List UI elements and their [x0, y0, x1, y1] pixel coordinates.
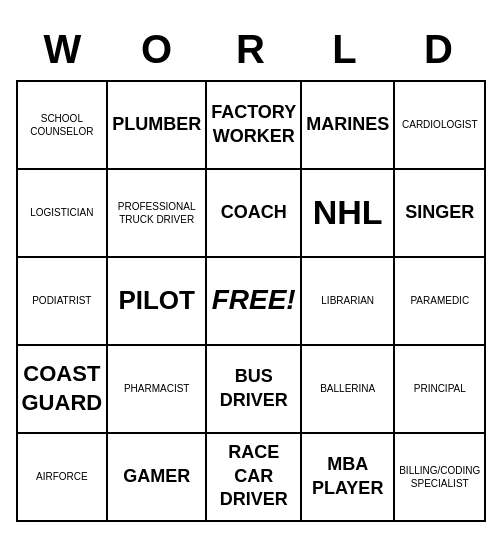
cell-label: NHL — [313, 190, 383, 234]
cell-label: LIBRARIAN — [321, 294, 374, 307]
header-letter: O — [110, 23, 204, 76]
cell-label: RACE CARDRIVER — [211, 441, 296, 511]
cell-label: BUSDRIVER — [220, 365, 288, 412]
cell-label: PROFESSIONALTRUCK DRIVER — [118, 200, 196, 226]
bingo-cell[interactable]: PILOT — [108, 258, 207, 346]
header-letter: R — [204, 23, 298, 76]
bingo-cell[interactable]: BALLERINA — [302, 346, 395, 434]
cell-label: CARDIOLOGIST — [402, 118, 478, 131]
cell-label: GAMER — [123, 465, 190, 488]
bingo-cell[interactable]: BUSDRIVER — [207, 346, 302, 434]
bingo-cell[interactable]: COASTGUARD — [18, 346, 109, 434]
bingo-cell[interactable]: NHL — [302, 170, 395, 258]
bingo-cell[interactable]: PLUMBER — [108, 82, 207, 170]
bingo-cell[interactable]: Free! — [207, 258, 302, 346]
header-letter: D — [392, 23, 486, 76]
bingo-cell[interactable]: SCHOOLCOUNSELOR — [18, 82, 109, 170]
bingo-card: WORLD SCHOOLCOUNSELORPLUMBERFACTORYWORKE… — [6, 13, 496, 532]
cell-label: PRINCIPAL — [414, 382, 466, 395]
cell-label: COACH — [221, 201, 287, 224]
bingo-cell[interactable]: PRINCIPAL — [395, 346, 486, 434]
cell-label: SINGER — [405, 201, 474, 224]
cell-label: PHARMACIST — [124, 382, 190, 395]
bingo-cell[interactable]: PARAMEDIC — [395, 258, 486, 346]
cell-label: COASTGUARD — [22, 360, 103, 417]
bingo-grid: SCHOOLCOUNSELORPLUMBERFACTORYWORKERMARIN… — [16, 80, 486, 522]
bingo-cell[interactable]: LIBRARIAN — [302, 258, 395, 346]
cell-label: PLUMBER — [112, 113, 201, 136]
cell-label: MARINES — [306, 113, 389, 136]
cell-label: PILOT — [118, 284, 195, 318]
bingo-cell[interactable]: COACH — [207, 170, 302, 258]
header-letter: W — [16, 23, 110, 76]
bingo-cell[interactable]: CARDIOLOGIST — [395, 82, 486, 170]
bingo-cell[interactable]: PROFESSIONALTRUCK DRIVER — [108, 170, 207, 258]
cell-label: Free! — [212, 282, 296, 318]
bingo-cell[interactable]: SINGER — [395, 170, 486, 258]
cell-label: PARAMEDIC — [410, 294, 469, 307]
bingo-cell[interactable]: GAMER — [108, 434, 207, 522]
cell-label: BILLING/CODINGSPECIALIST — [399, 464, 480, 490]
bingo-cell[interactable]: PHARMACIST — [108, 346, 207, 434]
cell-label: PODIATRIST — [32, 294, 91, 307]
cell-label: LOGISTICIAN — [30, 206, 93, 219]
bingo-cell[interactable]: MBAPLAYER — [302, 434, 395, 522]
cell-label: FACTORYWORKER — [211, 101, 296, 148]
cell-label: AIRFORCE — [36, 470, 88, 483]
bingo-cell[interactable]: FACTORYWORKER — [207, 82, 302, 170]
bingo-cell[interactable]: MARINES — [302, 82, 395, 170]
bingo-header: WORLD — [16, 23, 486, 76]
bingo-cell[interactable]: AIRFORCE — [18, 434, 109, 522]
cell-label: BALLERINA — [320, 382, 375, 395]
cell-label: MBAPLAYER — [312, 453, 383, 500]
bingo-cell[interactable]: PODIATRIST — [18, 258, 109, 346]
bingo-cell[interactable]: LOGISTICIAN — [18, 170, 109, 258]
cell-label: SCHOOLCOUNSELOR — [30, 112, 93, 138]
header-letter: L — [298, 23, 392, 76]
bingo-cell[interactable]: RACE CARDRIVER — [207, 434, 302, 522]
bingo-cell[interactable]: BILLING/CODINGSPECIALIST — [395, 434, 486, 522]
